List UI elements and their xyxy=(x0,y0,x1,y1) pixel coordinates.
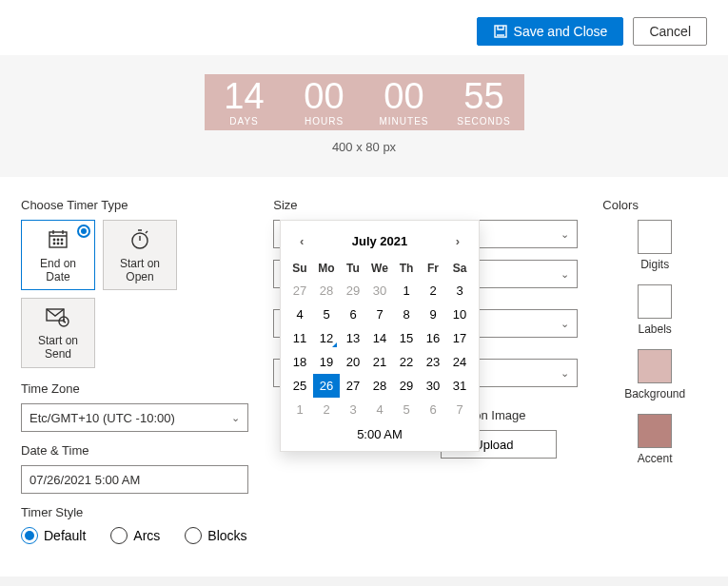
calendar-day: 30 xyxy=(366,279,393,303)
calendar-day[interactable]: 3 xyxy=(446,279,473,303)
calendar-day[interactable]: 9 xyxy=(420,303,446,326)
timer-preview-area: 14DAYS00HOURS00MINUTES55SECONDS 400 x 80… xyxy=(0,55,728,177)
calendar-day[interactable]: 26 xyxy=(313,374,340,398)
timer-style-radios: DefaultArcsBlocks xyxy=(21,527,248,544)
swatch-label: Accent xyxy=(602,452,707,465)
save-and-close-button[interactable]: Save and Close xyxy=(477,17,624,46)
radio-icon xyxy=(185,527,202,544)
svg-point-6 xyxy=(57,243,58,244)
tile-label: Start onOpen xyxy=(120,257,160,283)
calendar-day: 27 xyxy=(286,279,313,303)
radio-label: Blocks xyxy=(207,528,246,543)
calendar-day[interactable]: 14 xyxy=(366,326,393,350)
radio-label: Default xyxy=(44,528,86,543)
date-picker-popup: ‹ July 2021 › SuMoTuWeThFrSa272829301234… xyxy=(280,220,480,452)
timer-style-radio-default[interactable]: Default xyxy=(21,527,86,544)
calendar-day[interactable]: 1 xyxy=(393,279,420,303)
calendar-day: 28 xyxy=(313,279,340,303)
calendar-day[interactable]: 23 xyxy=(420,350,446,374)
calendar-day[interactable]: 29 xyxy=(393,374,420,398)
calendar-time[interactable]: 5:00 AM xyxy=(286,421,473,441)
calendar-day[interactable]: 24 xyxy=(446,350,473,374)
radio-label: Arcs xyxy=(133,528,160,543)
calendar-day[interactable]: 4 xyxy=(286,303,313,326)
calendar-day: 1 xyxy=(286,398,313,421)
calendar-dow: Mo xyxy=(313,258,340,279)
color-swatch-digits[interactable] xyxy=(638,220,672,254)
timer-segment: 00MINUTES xyxy=(364,78,444,127)
svg-point-3 xyxy=(57,239,58,240)
calendar-day[interactable]: 18 xyxy=(286,350,313,374)
calendar-day[interactable]: 17 xyxy=(446,326,473,350)
dialog-topbar: Save and Close Cancel xyxy=(0,0,728,55)
calendar-day: 7 xyxy=(446,398,473,421)
calendar-dow: We xyxy=(366,258,393,279)
timer-unit-label: DAYS xyxy=(205,116,285,127)
calendar-day[interactable]: 15 xyxy=(393,326,420,350)
swatch-label: Digits xyxy=(602,258,707,271)
calendar-day[interactable]: 2 xyxy=(420,279,446,303)
stopwatch-icon xyxy=(128,227,152,257)
timer-type-tile-stopwatch[interactable]: Start onOpen xyxy=(103,220,177,290)
timezone-label: Time Zone xyxy=(21,381,248,396)
timer-segment: 55SECONDS xyxy=(444,78,524,127)
calendar-day[interactable]: 7 xyxy=(366,303,393,326)
calendar-day[interactable]: 22 xyxy=(393,350,420,374)
timezone-select[interactable]: Etc/GMT+10 (UTC -10:00) ⌄ xyxy=(21,403,248,432)
timer-type-tile-calendar[interactable]: End onDate xyxy=(21,220,95,290)
timer-unit-label: HOURS xyxy=(285,116,364,127)
cancel-button-label: Cancel xyxy=(649,24,691,39)
timer-type-tile-mail-clock[interactable]: Start onSend xyxy=(21,298,95,368)
swatch-label: Labels xyxy=(602,322,707,336)
timer-value: 55 xyxy=(444,78,524,114)
timezone-value: Etc/GMT+10 (UTC -10:00) xyxy=(30,411,175,425)
datetime-input[interactable]: 07/26/2021 5:00 AM xyxy=(21,465,248,494)
calendar-dow: Sa xyxy=(446,258,473,279)
calendar-day[interactable]: 16 xyxy=(420,326,446,350)
calendar-day[interactable]: 19 xyxy=(313,350,340,374)
colors-title: Colors xyxy=(602,198,707,212)
chevron-down-icon: ⌄ xyxy=(561,268,569,281)
color-swatch-accent[interactable] xyxy=(638,414,672,448)
calendar-next-button[interactable]: › xyxy=(450,232,465,250)
calendar-day[interactable]: 11 xyxy=(286,326,313,350)
timer-style-radio-arcs[interactable]: Arcs xyxy=(110,527,160,544)
calendar-day[interactable]: 28 xyxy=(366,374,393,398)
calendar-day[interactable]: 31 xyxy=(446,374,473,398)
radio-selected-icon xyxy=(77,225,90,238)
colors-column: Colors DigitsLabelsBackgroundAccent xyxy=(602,198,707,556)
calendar-day: 29 xyxy=(340,279,366,303)
calendar-day[interactable]: 12 xyxy=(313,326,340,350)
calendar-icon xyxy=(46,227,70,257)
upload-label: Upload xyxy=(474,438,513,452)
calendar-day[interactable]: 13 xyxy=(340,326,366,350)
calendar-day[interactable]: 20 xyxy=(340,350,366,374)
timer-preview: 14DAYS00HOURS00MINUTES55SECONDS xyxy=(205,74,524,130)
calendar-day: 5 xyxy=(393,398,420,421)
calendar-day[interactable]: 10 xyxy=(446,303,473,326)
color-swatch-background[interactable] xyxy=(638,349,672,383)
preview-dimensions: 400 x 80 px xyxy=(0,140,728,154)
chevron-down-icon: ⌄ xyxy=(561,367,569,380)
calendar-day[interactable]: 6 xyxy=(340,303,366,326)
calendar-month-title: July 2021 xyxy=(352,234,408,248)
timer-value: 00 xyxy=(364,78,444,114)
calendar-dow: Th xyxy=(393,258,420,279)
timer-style-radio-blocks[interactable]: Blocks xyxy=(185,527,246,544)
cancel-button[interactable]: Cancel xyxy=(633,17,707,46)
tile-label: Start onSend xyxy=(38,334,78,361)
color-swatch-labels[interactable] xyxy=(638,284,672,319)
calendar-day[interactable]: 30 xyxy=(420,374,446,398)
calendar-day[interactable]: 21 xyxy=(366,350,393,374)
calendar-day[interactable]: 27 xyxy=(340,374,366,398)
calendar-prev-button[interactable]: ‹ xyxy=(294,232,309,250)
chevron-down-icon: ⌄ xyxy=(561,228,569,241)
save-button-label: Save and Close xyxy=(514,24,608,39)
svg-point-5 xyxy=(53,243,54,244)
chevron-down-icon: ⌄ xyxy=(231,412,240,424)
svg-point-7 xyxy=(61,243,62,244)
calendar-day[interactable]: 8 xyxy=(393,303,420,326)
calendar-day[interactable]: 5 xyxy=(313,303,340,326)
size-label: Size xyxy=(273,198,578,212)
calendar-day[interactable]: 25 xyxy=(286,374,313,398)
